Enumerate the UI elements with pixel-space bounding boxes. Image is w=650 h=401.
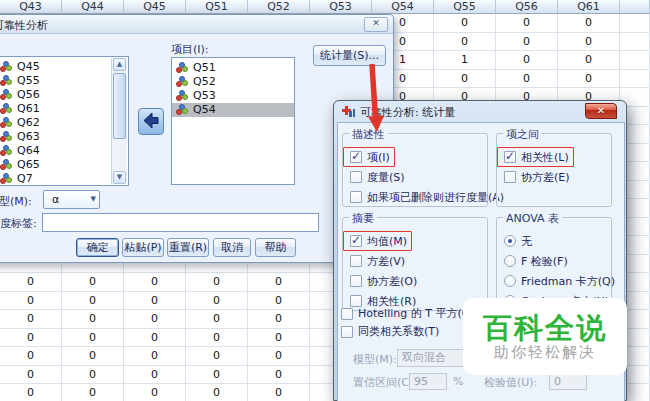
variable-item[interactable]: Q61 bbox=[0, 102, 128, 116]
sheet-cell[interactable]: 0 bbox=[558, 51, 620, 70]
column-header[interactable]: Q54 bbox=[372, 0, 434, 14]
sheet-cell[interactable] bbox=[620, 33, 650, 52]
sheet-cell[interactable]: 0 bbox=[558, 33, 620, 52]
radio-option[interactable]: 无 bbox=[497, 231, 611, 251]
column-header[interactable]: Q53 bbox=[310, 0, 372, 14]
sheet-cell[interactable]: 0 bbox=[62, 347, 124, 366]
variable-item[interactable]: Q7 bbox=[0, 172, 128, 186]
sheet-cell[interactable]: 0 bbox=[248, 273, 310, 292]
checkbox-option[interactable]: 协方差(E) bbox=[497, 167, 611, 187]
variable-item[interactable]: Q64 bbox=[0, 144, 128, 158]
close-icon[interactable]: ✕ bbox=[364, 17, 388, 32]
sheet-cell[interactable]: 0 bbox=[558, 14, 620, 33]
sheet-cell[interactable]: 0 bbox=[248, 329, 310, 348]
sheet-cell[interactable]: 0 bbox=[62, 366, 124, 385]
sheet-cell[interactable]: 0 bbox=[434, 14, 496, 33]
variable-item[interactable]: Q65 bbox=[0, 158, 128, 172]
sheet-cell[interactable]: 0 bbox=[434, 33, 496, 52]
sheet-cell[interactable]: 0 bbox=[124, 273, 186, 292]
sheet-cell[interactable]: 0 bbox=[0, 329, 62, 348]
radio-option[interactable]: F 检验(F) bbox=[497, 251, 611, 271]
checkbox-option[interactable]: 度量(S) bbox=[343, 167, 487, 187]
sheet-cell[interactable]: 0 bbox=[558, 70, 620, 89]
variable-item[interactable]: Q53 bbox=[172, 89, 294, 103]
checkbox-option[interactable]: 方差(V) bbox=[343, 251, 487, 271]
available-variables-list[interactable]: ▲ ▼ Q45Q55Q56Q61Q62Q63Q64Q65Q7 bbox=[0, 56, 129, 186]
sheet-cell[interactable]: 0 bbox=[0, 292, 62, 311]
sheet-cell[interactable]: 0 bbox=[186, 347, 248, 366]
sheet-cell[interactable]: 0 bbox=[0, 366, 62, 385]
sheet-cell[interactable]: 0 bbox=[124, 384, 186, 401]
statistics-button[interactable]: 统计量(S)... bbox=[313, 45, 386, 66]
sheet-cell[interactable]: 0 bbox=[124, 310, 186, 329]
variable-item[interactable]: Q62 bbox=[0, 116, 128, 130]
sheet-cell[interactable]: 0 bbox=[248, 347, 310, 366]
variable-item[interactable]: Q45 bbox=[0, 60, 128, 74]
column-header[interactable]: Q43 bbox=[0, 0, 62, 14]
sheet-cell[interactable]: 0 bbox=[124, 292, 186, 311]
column-header[interactable]: Q55 bbox=[434, 0, 496, 14]
sheet-cell[interactable]: 0 bbox=[496, 33, 558, 52]
variable-item[interactable]: Q54 bbox=[172, 103, 294, 117]
sheet-cell[interactable]: 0 bbox=[186, 329, 248, 348]
variable-item[interactable]: Q63 bbox=[0, 130, 128, 144]
column-header[interactable]: Q44 bbox=[62, 0, 124, 14]
sheet-cell[interactable]: 0 bbox=[248, 292, 310, 311]
column-header[interactable]: Q45 bbox=[124, 0, 186, 14]
sheet-cell[interactable]: 0 bbox=[62, 310, 124, 329]
variable-item[interactable]: Q52 bbox=[172, 75, 294, 89]
variable-item[interactable]: Q55 bbox=[0, 74, 128, 88]
sheet-cell[interactable]: 0 bbox=[496, 70, 558, 89]
sheet-cell[interactable]: 0 bbox=[124, 347, 186, 366]
sheet-cell[interactable]: 0 bbox=[496, 14, 558, 33]
model-dropdown[interactable]: α ▼ bbox=[43, 190, 100, 209]
sheet-cell[interactable] bbox=[620, 70, 650, 89]
sheet-cell[interactable]: 0 bbox=[248, 384, 310, 401]
sheet-cell[interactable]: 0 bbox=[186, 310, 248, 329]
cancel-button[interactable]: 取消 bbox=[213, 238, 251, 257]
sheet-cell[interactable]: 0 bbox=[62, 292, 124, 311]
sheet-cell[interactable]: 0 bbox=[248, 366, 310, 385]
sheet-cell[interactable]: 1 bbox=[434, 51, 496, 70]
sheet-cell[interactable]: 0 bbox=[124, 366, 186, 385]
column-header[interactable]: Q52 bbox=[248, 0, 310, 14]
sheet-cell[interactable]: 0 bbox=[62, 329, 124, 348]
help-button[interactable]: 帮助 bbox=[255, 238, 296, 257]
sheet-cell[interactable]: 0 bbox=[186, 366, 248, 385]
sheet-cell[interactable]: 0 bbox=[0, 310, 62, 329]
variable-item[interactable]: Q51 bbox=[172, 61, 294, 75]
ok-button[interactable]: 确定 bbox=[76, 238, 119, 257]
sheet-cell[interactable]: 0 bbox=[62, 273, 124, 292]
sheet-cell[interactable]: 0 bbox=[434, 70, 496, 89]
sheet-cell[interactable]: 0 bbox=[124, 329, 186, 348]
sheet-cell[interactable]: 0 bbox=[496, 51, 558, 70]
reliability-dialog-titlebar[interactable]: 可靠性分析 ✕ bbox=[0, 15, 393, 34]
radio-option[interactable]: Friedman 卡方(Q) bbox=[497, 271, 611, 291]
checkbox-option[interactable]: 协方差(O) bbox=[343, 271, 487, 291]
sheet-cell[interactable]: 0 bbox=[186, 384, 248, 401]
checkbox-option[interactable]: 均值(M) bbox=[343, 231, 412, 251]
sheet-cell[interactable] bbox=[620, 14, 650, 33]
sheet-cell[interactable]: 0 bbox=[0, 384, 62, 401]
checkbox-hotelling[interactable]: Hotelling 的 T 平方(G) bbox=[341, 306, 475, 321]
column-header[interactable]: Q61 bbox=[558, 0, 620, 14]
sheet-cell[interactable]: 0 bbox=[186, 273, 248, 292]
sheet-cell[interactable]: 0 bbox=[248, 310, 310, 329]
sheet-cell[interactable] bbox=[620, 51, 650, 70]
sheet-cell[interactable]: 0 bbox=[0, 273, 62, 292]
reset-button[interactable]: 重置(R) bbox=[167, 238, 209, 257]
variable-item[interactable]: Q56 bbox=[0, 88, 128, 102]
column-header[interactable]: Q56 bbox=[496, 0, 558, 14]
close-icon[interactable]: ✕ bbox=[585, 103, 617, 119]
items-list[interactable]: Q51Q52Q53Q54 bbox=[171, 57, 295, 185]
transfer-arrow-button[interactable] bbox=[138, 108, 164, 135]
checkbox-option[interactable]: 相关性(L) bbox=[497, 147, 574, 167]
checkbox-option[interactable]: 项(I) bbox=[343, 147, 395, 167]
column-header[interactable]: Q51 bbox=[186, 0, 248, 14]
paste-button[interactable]: 粘贴(P) bbox=[122, 238, 164, 257]
column-header[interactable] bbox=[620, 0, 650, 14]
sheet-cell[interactable]: 0 bbox=[186, 292, 248, 311]
scale-label-input[interactable] bbox=[42, 213, 319, 232]
sheet-cell[interactable]: 0 bbox=[0, 347, 62, 366]
checkbox-option[interactable]: 如果项已删除则进行度量(A) bbox=[343, 187, 487, 207]
